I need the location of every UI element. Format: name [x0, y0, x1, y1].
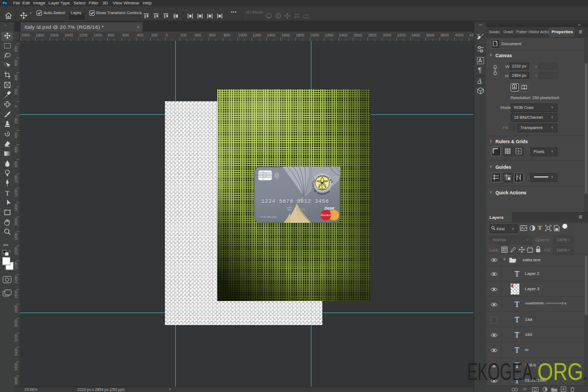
svg-text:EKOGEA.: EKOGEA.	[467, 358, 537, 385]
svg-text:A: A	[479, 58, 482, 64]
svg-text:ORG: ORG	[537, 358, 583, 385]
svg-text:FOR VALUED: FOR VALUED	[260, 216, 277, 218]
svg-text:MasterCard: MasterCard	[321, 213, 336, 217]
svg-text:THRU: THRU	[287, 209, 292, 211]
svg-text:1234 5678 9012 3456: 1234 5678 9012 3456	[261, 199, 329, 205]
svg-text:T: T	[5, 189, 9, 197]
svg-text:12/46: 12/46	[296, 207, 305, 211]
